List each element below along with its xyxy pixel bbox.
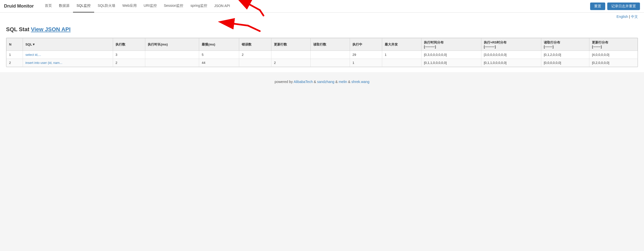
brand: Druid Monitor <box>4 4 34 9</box>
lang-bar: English | 中文 <box>0 13 644 21</box>
col-error-count[interactable]: 错误数 <box>239 38 271 51</box>
cell-executing: 1 <box>350 59 382 67</box>
nav-item-web-app[interactable]: Web应用 <box>119 0 140 13</box>
col-slowest[interactable]: 最慢(ms) <box>199 38 239 51</box>
col-executing[interactable]: 执行中 <box>350 38 382 51</box>
page-title-text: SQL Stat <box>6 26 29 32</box>
cell-update-rows <box>271 51 311 59</box>
nav-item-sql-monitor[interactable]: SQL监控 <box>73 0 94 13</box>
nav-item-datasource[interactable]: 数据源 <box>55 0 73 13</box>
footer-sep-3: & <box>348 80 351 84</box>
lang-english[interactable]: English <box>617 15 628 19</box>
col-exec-time-dist: 执行时间分布 [---------] <box>421 38 481 51</box>
col-n: N <box>7 38 23 51</box>
nav-item-session-monitor[interactable]: Session监控 <box>160 0 187 13</box>
footer-link-melin[interactable]: melin <box>339 80 347 84</box>
cell-n: 2 <box>7 59 23 67</box>
cell-exec-count: 2 <box>113 59 145 67</box>
table-header-row: N SQL▼ 执行数 执行时长(ms) 最慢(ms) 错误数 更新行数 读取行数… <box>7 38 638 51</box>
nav-item-home[interactable]: 首页 <box>41 0 55 13</box>
cell-exec-rs-dist: [0,1,1,0,0,0,0,0] <box>481 59 541 67</box>
cell-read-rows <box>311 59 350 67</box>
cell-sql: select id,... <box>23 51 113 59</box>
cell-error-count <box>239 59 271 67</box>
sql-link[interactable]: select id,... <box>25 53 41 57</box>
nav-item-spring-monitor[interactable]: spring监控 <box>187 0 211 13</box>
col-update-rows[interactable]: 更新行数 <box>271 38 311 51</box>
footer-powered-by: powered by <box>275 80 293 84</box>
cell-update-row-dist: [0,2,0,0,0,0] <box>589 59 638 67</box>
cell-exec-time <box>145 51 199 59</box>
col-read-row-dist: 读取行分布 [-------] <box>541 38 589 51</box>
table-row: 2 insert into user (id, nam... 2 44 2 1 … <box>7 59 638 67</box>
cell-n: 1 <box>7 51 23 59</box>
nav-item-json-api[interactable]: JSON API <box>211 0 234 13</box>
nav-list: 首页 数据源 SQL监控 SQL防火墙 Web应用 URI监控 Session监… <box>41 0 590 13</box>
footer-link-sandzhang[interactable]: sandzhang <box>317 80 335 84</box>
navbar: Druid Monitor 首页 数据源 SQL监控 SQL防火墙 Web应用 … <box>0 0 644 13</box>
table-row: 1 select id,... 3 5 2 29 1 [0,3,0,0,0,0,… <box>7 51 638 59</box>
cell-exec-time <box>145 59 199 67</box>
cell-max-concurrent: 1 <box>382 51 421 59</box>
col-max-concurrent[interactable]: 最大并发 <box>382 38 421 51</box>
sql-stat-table: N SQL▼ 执行数 执行时长(ms) 最慢(ms) 错误数 更新行数 读取行数… <box>6 38 638 67</box>
col-read-rows[interactable]: 读取行数 <box>311 38 350 51</box>
col-exec-count[interactable]: 执行数 <box>113 38 145 51</box>
cell-read-row-dist: [0,0,0,0,0,0] <box>541 59 589 67</box>
lang-separator: | <box>629 15 631 19</box>
sql-stat-table-wrapper: N SQL▼ 执行数 执行时长(ms) 最慢(ms) 错误数 更新行数 读取行数… <box>6 38 638 67</box>
footer: powered by AlibabaTech & sandzhang & mel… <box>0 72 644 91</box>
nav-item-uri-monitor[interactable]: URI监控 <box>140 0 160 13</box>
nav-item-sql-firewall[interactable]: SQL防火墙 <box>94 0 119 13</box>
reset-log-button[interactable]: 记录日志并重置 <box>607 3 640 10</box>
col-exec-rs-dist: 执行+RS时分布 [---------] <box>481 38 541 51</box>
col-exec-time[interactable]: 执行时长(ms) <box>145 38 199 51</box>
cell-update-row-dist: [4,0,0,0,0,0] <box>589 51 638 59</box>
main-content: SQL Stat View JSON API N SQL▼ 执行数 执行时长(m… <box>0 21 644 72</box>
cell-update-rows: 2 <box>271 59 311 67</box>
cell-exec-count: 3 <box>113 51 145 59</box>
cell-exec-time-dist: [0,3,0,0,0,0,0,0] <box>421 51 481 59</box>
view-json-api-link[interactable]: View JSON API <box>31 26 71 32</box>
footer-sep-2: & <box>335 80 339 84</box>
cell-slowest: 5 <box>199 51 239 59</box>
page-title: SQL Stat View JSON API <box>6 26 638 33</box>
footer-sep-1: & <box>314 80 317 84</box>
cell-read-row-dist: [0,1,2,0,0,0] <box>541 51 589 59</box>
col-update-row-dist: 更新行分布 [-------] <box>589 38 638 51</box>
cell-sql: insert into user (id, nam... <box>23 59 113 67</box>
cell-executing: 29 <box>350 51 382 59</box>
cell-error-count: 2 <box>239 51 271 59</box>
navbar-actions: 重置 记录日志并重置 <box>590 3 640 10</box>
cell-exec-rs-dist: [3,0,0,0,0,0,0,0] <box>481 51 541 59</box>
cell-max-concurrent <box>382 59 421 67</box>
cell-read-rows <box>311 51 350 59</box>
footer-link-alibaba[interactable]: AlibabaTech <box>294 80 313 84</box>
col-sql[interactable]: SQL▼ <box>23 38 113 51</box>
cell-slowest: 44 <box>199 59 239 67</box>
sql-link[interactable]: insert into user (id, nam... <box>25 61 62 65</box>
lang-chinese[interactable]: 中文 <box>631 15 638 19</box>
cell-exec-time-dist: [0,1,1,0,0,0,0,0] <box>421 59 481 67</box>
reset-button[interactable]: 重置 <box>590 3 605 10</box>
footer-link-shrek[interactable]: shrek.wang <box>351 80 370 84</box>
